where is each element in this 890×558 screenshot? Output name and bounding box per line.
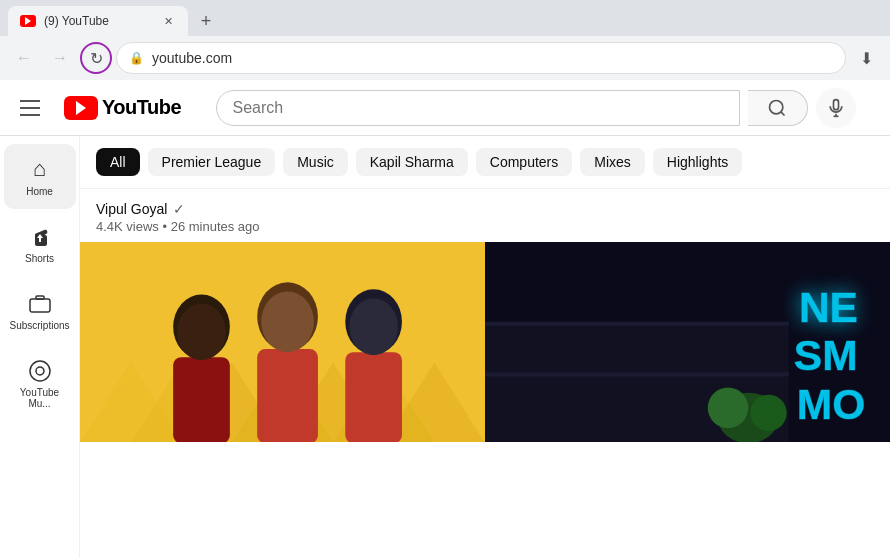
youtube-music-icon — [28, 359, 52, 383]
youtube-logo-icon — [64, 96, 98, 120]
search-input[interactable] — [216, 90, 740, 126]
svg-rect-30 — [485, 372, 789, 376]
nav-bar: ← → ↻ 🔒 youtube.com ⬇ — [0, 36, 890, 80]
youtube-body: ⌂ Home Shorts Su — [0, 136, 890, 558]
chip-computers[interactable]: Computers — [476, 148, 572, 176]
verified-badge-icon: ✓ — [173, 201, 185, 217]
svg-text:MO: MO — [797, 381, 866, 428]
youtube-app: YouTube ⌂ Home — [0, 80, 890, 558]
channel-info: Vipul Goyal ✓ — [96, 201, 874, 217]
svg-point-32 — [708, 388, 749, 429]
video-grid: NE SM MO NE SM MO — [80, 242, 890, 442]
chip-kapil-sharma[interactable]: Kapil Sharma — [356, 148, 468, 176]
view-count: 4.4K views — [96, 219, 159, 234]
chip-highlights[interactable]: Highlights — [653, 148, 742, 176]
svg-rect-22 — [257, 349, 318, 442]
tab-site-title: YouTube — [62, 14, 109, 28]
svg-rect-2 — [833, 99, 838, 109]
youtube-logo-text: YouTube — [102, 96, 181, 119]
chip-all[interactable]: All — [96, 148, 140, 176]
svg-point-9 — [36, 367, 44, 375]
back-button[interactable]: ← — [8, 42, 40, 74]
youtube-favicon-icon — [20, 15, 36, 27]
channel-name: Vipul Goyal — [96, 201, 167, 217]
sidebar-ytmusic-label: YouTube Mu... — [12, 387, 68, 409]
browser-window: (9) YouTube ✕ + ← → ↻ 🔒 youtube.com ⬇ — [0, 0, 890, 80]
download-button[interactable]: ⬇ — [850, 42, 882, 74]
lock-icon: 🔒 — [129, 51, 144, 65]
hamburger-line — [20, 107, 40, 109]
tab-bar: (9) YouTube ✕ + — [0, 0, 890, 36]
svg-point-33 — [750, 395, 786, 431]
svg-point-20 — [177, 304, 226, 361]
url-text: youtube.com — [152, 50, 833, 66]
hamburger-menu-button[interactable] — [16, 92, 48, 124]
sidebar-item-home[interactable]: ⌂ Home — [4, 144, 76, 209]
svg-rect-19 — [173, 357, 230, 442]
chips-bar: All Premier League Music Kapil Sharma Co… — [80, 136, 890, 189]
hamburger-line — [20, 114, 40, 116]
video-thumbnail-left[interactable] — [80, 242, 485, 442]
new-tab-button[interactable]: + — [192, 7, 220, 35]
search-area — [216, 88, 856, 128]
sidebar-item-subscriptions[interactable]: Subscriptions — [4, 280, 76, 343]
shorts-icon — [28, 225, 52, 249]
time-ago: 26 minutes ago — [171, 219, 260, 234]
tab-favicon — [20, 13, 36, 29]
sidebar-item-shorts[interactable]: Shorts — [4, 213, 76, 276]
video-meta: 4.4K views • 26 minutes ago — [96, 219, 874, 234]
home-icon: ⌂ — [33, 156, 46, 182]
search-button[interactable] — [748, 90, 808, 126]
tab-notification-count: (9) — [44, 14, 59, 28]
youtube-header: YouTube — [0, 80, 890, 136]
youtube-logo[interactable]: YouTube — [64, 96, 181, 120]
svg-text:SM: SM — [794, 332, 858, 379]
separator: • — [163, 219, 171, 234]
tab-close-button[interactable]: ✕ — [160, 13, 176, 29]
search-icon — [767, 98, 787, 118]
forward-button[interactable]: → — [44, 42, 76, 74]
mic-button[interactable] — [816, 88, 856, 128]
svg-point-26 — [349, 298, 398, 355]
svg-point-23 — [261, 291, 314, 352]
active-tab[interactable]: (9) YouTube ✕ — [8, 6, 188, 36]
svg-point-0 — [770, 100, 783, 113]
sidebar-home-label: Home — [26, 186, 53, 197]
svg-line-1 — [781, 111, 785, 115]
hamburger-line — [20, 100, 40, 102]
chip-music[interactable]: Music — [283, 148, 348, 176]
youtube-sidebar: ⌂ Home Shorts Su — [0, 136, 80, 558]
svg-rect-5 — [30, 299, 50, 312]
chip-mixes[interactable]: Mixes — [580, 148, 645, 176]
youtube-main-content: All Premier League Music Kapil Sharma Co… — [80, 136, 890, 558]
sidebar-item-youtube-music[interactable]: YouTube Mu... — [4, 347, 76, 421]
tab-title: (9) YouTube — [44, 14, 152, 28]
svg-rect-29 — [485, 322, 789, 326]
svg-text:NE: NE — [799, 284, 858, 331]
chip-premier-league[interactable]: Premier League — [148, 148, 276, 176]
sidebar-shorts-label: Shorts — [25, 253, 54, 264]
reload-button[interactable]: ↻ — [80, 42, 112, 74]
subscriptions-icon — [28, 292, 52, 316]
video-info-strip: Vipul Goyal ✓ 4.4K views • 26 minutes ag… — [80, 189, 890, 242]
sidebar-subscriptions-label: Subscriptions — [9, 320, 69, 331]
svg-point-8 — [30, 361, 50, 381]
video-thumbnail-right[interactable]: NE SM MO NE SM MO — [485, 242, 890, 442]
svg-rect-25 — [345, 352, 402, 442]
svg-rect-6 — [36, 296, 44, 299]
mic-icon — [826, 98, 846, 118]
address-bar[interactable]: 🔒 youtube.com — [116, 42, 846, 74]
